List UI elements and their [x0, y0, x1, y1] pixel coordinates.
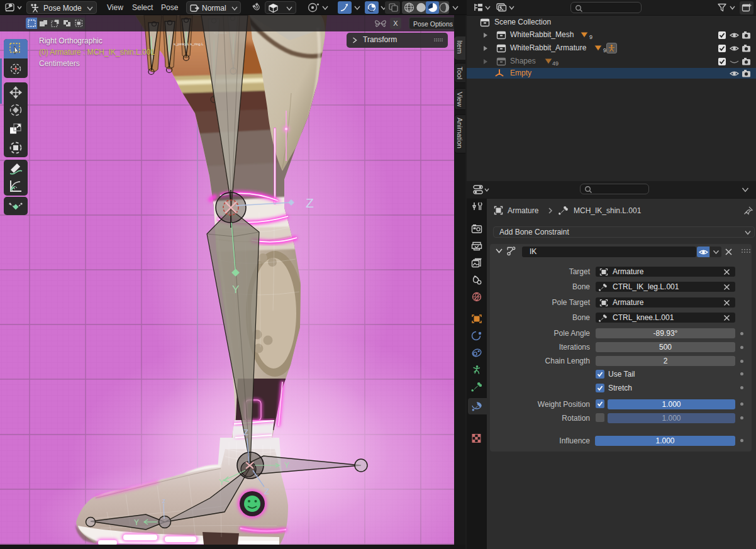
svg-text:9: 9: [589, 34, 592, 40]
svg-text:Y: Y: [232, 284, 239, 296]
svg-text:Y: Y: [219, 477, 225, 487]
svg-text:Z: Z: [306, 196, 314, 210]
svg-text:s_pinky.L s_ring.L: s_pinky.L s_ring.L: [174, 42, 204, 46]
svg-text:z: z: [162, 497, 165, 504]
svg-text:Y: Y: [284, 461, 289, 470]
svg-text:Y: Y: [134, 518, 139, 527]
svg-text:Z: Z: [264, 487, 269, 496]
svg-text:Z: Z: [243, 428, 248, 437]
svg-text:49: 49: [552, 60, 559, 67]
